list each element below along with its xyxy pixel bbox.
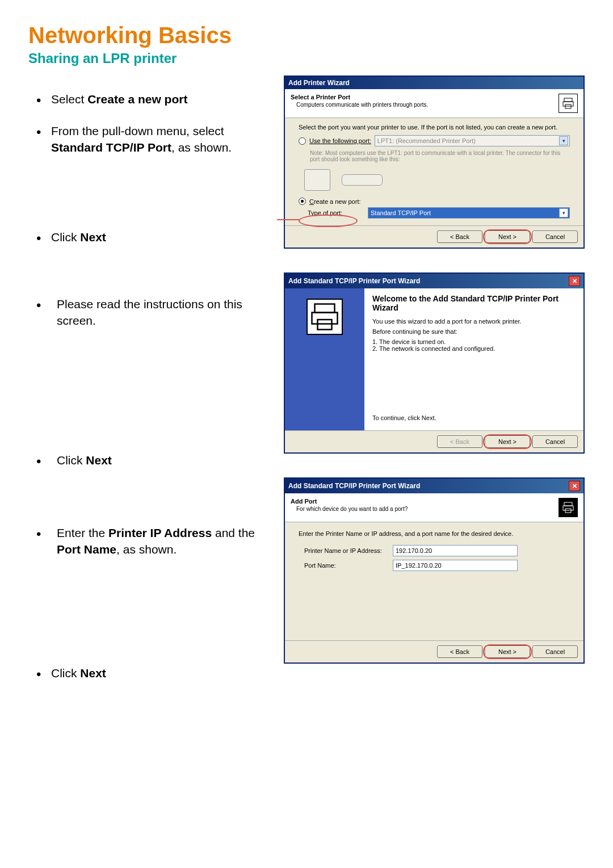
dialog-titlebar: Add Printer Wizard xyxy=(285,77,583,89)
port-type-dropdown[interactable]: Standard TCP/IP Port ▾ xyxy=(368,207,570,219)
instruction-item: Please read the instructions on this scr… xyxy=(28,296,272,329)
welcome-text: 1. The device is turned on. xyxy=(372,338,576,345)
svg-rect-3 xyxy=(315,304,335,313)
dialog-body-text: Select the port you want your printer to… xyxy=(299,124,570,131)
svg-rect-6 xyxy=(564,502,572,506)
cancel-button[interactable]: Cancel xyxy=(532,230,578,243)
create-new-port-label: Create a new port: xyxy=(309,198,361,205)
instruction-list: Select Create a new port From the pull-d… xyxy=(28,91,272,681)
svg-rect-7 xyxy=(563,506,573,510)
welcome-continue-text: To continue, click Next. xyxy=(372,414,576,421)
back-button[interactable]: < Back xyxy=(437,230,482,243)
dialog-titlebar: Add Standard TCP/IP Printer Port Wizard … xyxy=(285,274,583,288)
dialog-title-text: Add Standard TCP/IP Printer Port Wizard xyxy=(288,277,420,285)
port-dropdown-disabled: LPT1: (Recommended Printer Port) ▾ xyxy=(375,135,570,146)
svg-rect-0 xyxy=(564,98,572,102)
next-button[interactable]: Next > xyxy=(485,645,530,658)
instruction-item: Select Create a new port xyxy=(28,91,272,107)
dialog-title-text: Add Standard TCP/IP Printer Port Wizard xyxy=(288,482,420,490)
dialog-header-subtitle: For which device do you want to add a po… xyxy=(291,506,554,512)
instruction-item: Enter the Printer IP Address and the Por… xyxy=(28,525,272,557)
instruction-item: Click Next xyxy=(28,229,272,245)
printer-address-label: Printer Name or IP Address: xyxy=(304,547,389,554)
dialog-header-title: Add Port xyxy=(291,498,554,505)
dialog-header-subtitle: Computers communicate with printers thro… xyxy=(291,102,554,108)
cancel-button[interactable]: Cancel xyxy=(532,645,578,658)
port-note: Note: Most computers use the LPT1: port … xyxy=(310,150,570,162)
instruction-item: From the pull-down menu, select Standard… xyxy=(28,123,272,156)
welcome-text: You use this wizard to add a port for a … xyxy=(372,318,576,325)
printer-address-input[interactable]: 192.170.0.20 xyxy=(393,545,518,556)
svg-rect-1 xyxy=(563,102,573,106)
chevron-down-icon: ▾ xyxy=(559,208,568,217)
back-button[interactable]: < Back xyxy=(437,645,482,658)
instruction-item: Click Next xyxy=(28,452,272,468)
close-button[interactable]: ✕ xyxy=(569,481,580,491)
port-illustration xyxy=(304,166,570,194)
close-button[interactable]: ✕ xyxy=(569,276,580,286)
create-new-port-radio[interactable] xyxy=(299,198,306,205)
dialog-body-text: Enter the Printer Name or IP address, an… xyxy=(299,530,570,537)
instruction-item: Click Next xyxy=(28,665,272,681)
welcome-title: Welcome to the Add Standard TCP/IP Print… xyxy=(372,294,576,312)
printer-icon xyxy=(306,299,343,335)
chevron-down-icon: ▾ xyxy=(559,136,568,145)
use-following-port-label: Use the following port: xyxy=(309,137,371,144)
page-title: Networking Basics xyxy=(28,23,585,48)
wizard-sidebar xyxy=(285,288,364,430)
port-name-input[interactable]: IP_192.170.0.20 xyxy=(393,560,518,571)
next-button[interactable]: Next > xyxy=(485,435,530,448)
welcome-text: Before continuing be sure that: xyxy=(372,328,576,335)
use-following-port-radio[interactable] xyxy=(299,137,306,145)
printer-icon xyxy=(559,94,578,113)
dialog-titlebar: Add Standard TCP/IP Printer Port Wizard … xyxy=(285,479,583,493)
cancel-button[interactable]: Cancel xyxy=(532,435,578,448)
page-subtitle: Sharing an LPR printer xyxy=(28,51,585,66)
svg-rect-4 xyxy=(312,313,338,324)
dialog-title-text: Add Printer Wizard xyxy=(288,79,350,87)
add-printer-wizard-dialog: Add Printer Wizard Select a Printer Port… xyxy=(284,76,585,249)
tcpip-add-port-dialog: Add Standard TCP/IP Printer Port Wizard … xyxy=(284,477,585,664)
dialog-header-title: Select a Printer Port xyxy=(291,94,554,100)
welcome-text: 2. The network is connected and configur… xyxy=(372,345,576,352)
printer-icon xyxy=(559,498,578,517)
next-button[interactable]: Next > xyxy=(485,230,530,243)
port-name-label: Port Name: xyxy=(304,562,389,569)
tcpip-welcome-dialog: Add Standard TCP/IP Printer Port Wizard … xyxy=(284,272,585,454)
back-button: < Back xyxy=(437,435,482,448)
